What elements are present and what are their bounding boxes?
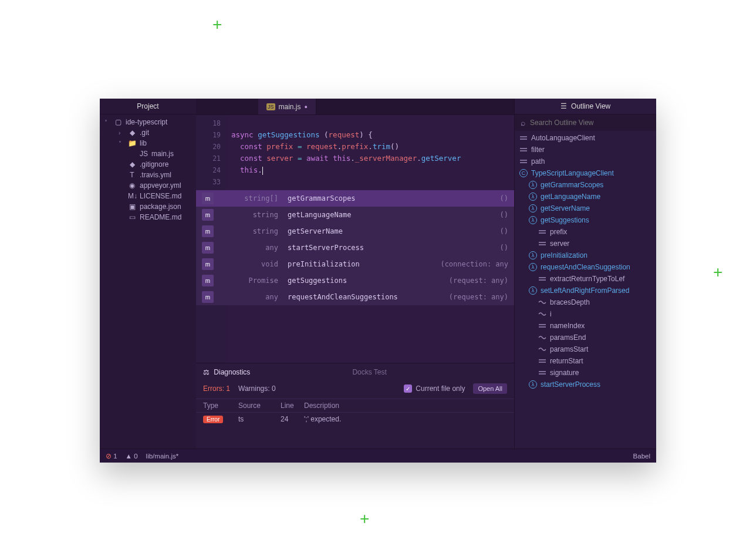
ac-signature: () xyxy=(500,244,508,252)
function-icon: λ xyxy=(529,380,537,389)
open-all-button[interactable]: Open All xyxy=(473,383,507,394)
outline-item[interactable]: λgetSuggestions xyxy=(515,214,656,226)
outline-title: Outline View xyxy=(571,102,610,110)
tree-item-label: appveyor.yml xyxy=(140,181,181,190)
status-warnings[interactable]: ▲ 0 xyxy=(126,453,138,460)
outline-item[interactable]: path xyxy=(515,156,656,167)
function-icon: λ xyxy=(529,193,537,201)
status-filepath[interactable]: lib/main.js* xyxy=(146,453,179,460)
code-editor[interactable]: 181920212433343536 async getSuggestions … xyxy=(196,115,514,363)
outline-item[interactable]: nameIndex xyxy=(515,320,656,332)
outline-item[interactable]: paramsStart xyxy=(515,343,656,355)
function-icon: λ xyxy=(529,251,537,259)
outline-item[interactable]: prefix xyxy=(515,226,656,238)
tab-bar: JS main.js ● xyxy=(196,99,514,115)
autocomplete-item[interactable]: mvoidpreInitialization(connection: any xyxy=(196,256,514,272)
outline-item[interactable]: λgetLanguageName xyxy=(515,191,656,203)
outline-item[interactable]: λpreInitialization xyxy=(515,249,656,261)
autocomplete-popup[interactable]: mstring[]getGrammarScopes()mstringgetLan… xyxy=(196,190,514,305)
outline-item[interactable]: CTypeScriptLanguageClient xyxy=(515,167,656,179)
search-icon: ⌕ xyxy=(521,118,525,127)
tree-item[interactable]: ▭README.md xyxy=(100,212,196,222)
outline-item[interactable]: filter xyxy=(515,144,656,156)
tree-item[interactable]: T.travis.yml xyxy=(100,170,196,180)
outline-header: ☰ Outline View xyxy=(515,99,656,114)
diag-source: ts xyxy=(238,415,281,423)
outline-item-label: getLanguageName xyxy=(541,193,600,201)
file-icon: T xyxy=(128,171,136,179)
autocomplete-item[interactable]: mstringgetLanguageName() xyxy=(196,207,514,223)
ac-type: any xyxy=(220,244,278,252)
outline-item-label: getSuggestions xyxy=(541,216,589,224)
tree-item-label: README.md xyxy=(140,213,181,221)
tree-item-label: .travis.yml xyxy=(140,171,171,179)
tab-main-js[interactable]: JS main.js ● xyxy=(258,99,316,114)
outline-search[interactable]: ⌕ xyxy=(515,114,656,131)
autocomplete-item[interactable]: mstring[]getGrammarScopes() xyxy=(196,190,514,207)
autocomplete-item[interactable]: manyrequestAndCleanSuggestions(request: … xyxy=(196,289,514,305)
tree-item[interactable]: ▣package.json xyxy=(100,201,196,212)
ac-type: string[] xyxy=(220,194,278,203)
tree-item[interactable]: ˅📁lib xyxy=(100,138,196,149)
kind-icon: m xyxy=(202,275,214,286)
tree-item-label: .gitignore xyxy=(140,160,168,168)
outline-item-label: setLeftAndRightFromParsed xyxy=(541,286,629,295)
status-errors[interactable]: ⊘ 1 xyxy=(106,452,117,460)
autocomplete-item[interactable]: mstringgetServerName() xyxy=(196,223,514,239)
outline-item[interactable]: extractReturnTypeToLef xyxy=(515,273,656,285)
outline-item[interactable]: server xyxy=(515,238,656,249)
status-language[interactable]: Babel xyxy=(633,453,650,460)
tree-item[interactable]: ◆.gitignore xyxy=(100,159,196,170)
kind-icon: m xyxy=(202,225,214,237)
outline-item[interactable]: AutoLanguageClient xyxy=(515,132,656,144)
outline-item-label: returnStart xyxy=(550,357,583,365)
error-icon: ⊘ xyxy=(106,453,112,460)
col-description: Description xyxy=(304,402,507,410)
kind-icon: m xyxy=(202,242,214,254)
repo-icon: ▢ xyxy=(114,118,122,126)
ac-type: string xyxy=(220,211,278,219)
outline-item[interactable]: λgetGrammarScopes xyxy=(515,179,656,191)
ac-signature: (request: any) xyxy=(449,276,508,285)
file-icon: 📁 xyxy=(128,139,136,147)
diagnostic-row[interactable]: Errorts24';' expected. xyxy=(196,413,514,426)
outline-item[interactable]: signature xyxy=(515,367,656,379)
outline-search-input[interactable] xyxy=(530,119,650,127)
outline-item[interactable]: λrequestAndCleanSuggestion xyxy=(515,261,656,273)
outline-item-label: nameIndex xyxy=(550,322,585,330)
js-icon: JS xyxy=(266,103,275,110)
outline-item[interactable]: i xyxy=(515,308,656,320)
outline-item[interactable]: λgetServerName xyxy=(515,203,656,214)
ac-name: startServerProcess xyxy=(288,244,364,252)
outline-list: AutoLanguageClientfilterpathCTypeScriptL… xyxy=(515,131,656,448)
col-type: Type xyxy=(203,402,238,410)
panel-tab-docks[interactable]: Docks Test xyxy=(352,368,386,376)
outline-item[interactable]: paramsEnd xyxy=(515,332,656,343)
outline-item[interactable]: returnStart xyxy=(515,355,656,367)
tree-item[interactable]: JSmain.js xyxy=(100,149,196,159)
const-icon xyxy=(519,134,528,142)
outline-item[interactable]: λsetLeftAndRightFromParsed xyxy=(515,285,656,296)
ac-name: getLanguageName xyxy=(288,211,351,219)
checkbox-label: Current file only xyxy=(416,384,465,393)
autocomplete-item[interactable]: manystartServerProcess() xyxy=(196,239,514,256)
outline-panel: ☰ Outline View ⌕ AutoLanguageClientfilte… xyxy=(514,99,656,448)
outline-item[interactable]: λstartServerProcess xyxy=(515,379,656,390)
current-file-toggle[interactable]: ✓ Current file only xyxy=(404,384,465,393)
tree-item[interactable]: ›◆.git xyxy=(100,127,196,138)
tree-item[interactable]: M↓LICENSE.md xyxy=(100,191,196,201)
panel-tab-diagnostics[interactable]: ⚖ Diagnostics xyxy=(203,368,250,376)
diag-desc: ';' expected. xyxy=(304,415,507,423)
const-icon xyxy=(538,357,546,365)
autocomplete-item[interactable]: mPromisegetSuggestions(request: any) xyxy=(196,272,514,289)
outline-item-label: TypeScriptLanguageClient xyxy=(531,169,614,177)
panel-tab-label: Diagnostics xyxy=(214,368,250,376)
tree-item[interactable]: ◉appveyor.yml xyxy=(100,180,196,191)
kind-icon: m xyxy=(202,209,214,221)
ac-signature: () xyxy=(500,194,508,203)
function-icon: λ xyxy=(529,204,537,212)
tree-root[interactable]: ˅ ▢ ide-typescript xyxy=(100,117,196,127)
modified-dot-icon: ● xyxy=(305,104,308,110)
outline-item[interactable]: bracesDepth xyxy=(515,296,656,308)
const-icon xyxy=(538,369,546,377)
